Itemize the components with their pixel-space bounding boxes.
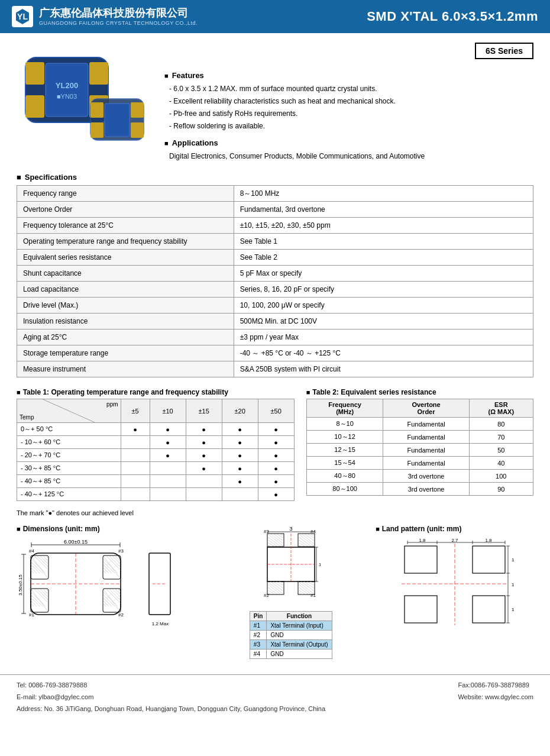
specs-row: Drive level (Max.)10, 100, 200 μW or spe… [17, 298, 533, 314]
dot-cell: ● [121, 423, 150, 436]
specs-row: Equivalent series resistanceSee Table 2 [17, 250, 533, 266]
dot-cell [121, 436, 150, 449]
svg-rect-15 [105, 104, 130, 137]
esr-value: 80 [469, 418, 533, 431]
svg-line-114 [267, 584, 281, 595]
dot-cell: ● [186, 449, 222, 462]
specs-row: Overtone OrderFundamental, 3rd overtone [17, 202, 533, 218]
esr-value: 100 [469, 470, 533, 483]
svg-line-97 [301, 534, 315, 544]
svg-rect-5 [89, 62, 108, 85]
svg-text:#4: #4 [310, 529, 316, 534]
dot-cell: ● [258, 488, 294, 501]
dot-cell: ● [222, 423, 258, 436]
svg-line-89 [276, 534, 284, 538]
temp-range: - 40～+ 125 °C [17, 488, 121, 501]
col-header: ±20 [222, 399, 258, 423]
spec-value: Fundamental, 3rd overtone [234, 202, 533, 218]
svg-text:1.4: 1.4 [512, 607, 514, 612]
esr-col-overtone: OvertoneOrder [383, 399, 469, 418]
pin-number: #1 [250, 621, 267, 631]
product-image: YL200 ■YN03 [17, 43, 153, 155]
spec-value: 5 pF Max or specify [234, 266, 533, 282]
svg-line-122 [307, 581, 315, 586]
overtone-order: Fundamental [383, 444, 469, 457]
table2-heading: Table 2: Equivalent series resistance [306, 388, 533, 396]
svg-text:1.3: 1.3 [319, 562, 321, 567]
page-footer: Tel: 0086-769-38879888 E-mail: ylbao@dgy… [0, 674, 550, 719]
svg-line-120 [301, 581, 315, 592]
top-view-drawing: 6.00±0.15 3.50±0.15 [17, 538, 135, 635]
esr-row: 12～15Fundamental50 [306, 444, 533, 457]
pin-function: Xtal Terminal (Output) [267, 640, 332, 650]
svg-rect-146 [405, 546, 437, 573]
freq-range: 80～100 [306, 483, 383, 496]
dot-cell [121, 488, 150, 501]
svg-rect-13 [131, 102, 144, 118]
svg-rect-14 [131, 122, 144, 138]
svg-text:#4: #4 [29, 548, 34, 554]
svg-rect-4 [25, 95, 44, 118]
pin-row: #3Xtal Terminal (Output) [250, 640, 332, 650]
stability-table: ppm Temp ±5 ±10 ±15 ±20 ±50 0～+ 50 °C●●●… [17, 399, 295, 501]
esr-value: 70 [469, 431, 533, 444]
spec-value: Series, 8, 16, 20 pF or specify [234, 282, 533, 298]
svg-line-86 [267, 534, 284, 547]
svg-text:1.2 Max: 1.2 Max [152, 621, 169, 626]
land-pattern-heading: Land pattern (unit: mm) [376, 525, 461, 533]
features-list: - 6.0 x 3.5 x 1.2 MAX. mm of surface mou… [164, 83, 533, 131]
dot-cell [121, 449, 150, 462]
dot-cell [150, 488, 186, 501]
feature-item: - Reflow soldering is available. [169, 121, 533, 131]
dot-cell: ● [150, 436, 186, 449]
specs-row: Operating temperature range and frequenc… [17, 234, 533, 250]
svg-line-73 [103, 603, 106, 606]
svg-line-36 [31, 567, 37, 573]
spec-value: ±10, ±15, ±20, ±30, ±50 ppm [234, 218, 533, 234]
svg-rect-11 [90, 102, 103, 118]
feature-item: - Excellent reliability characteristics … [169, 96, 533, 106]
svg-line-124 [298, 584, 312, 595]
spec-value: See Table 1 [234, 234, 533, 250]
esr-value: 90 [469, 483, 533, 496]
pin-row: #2GND [250, 631, 332, 640]
dimensions-heading: Dimensions (unit: mm) [17, 525, 206, 533]
overtone-order: Fundamental [383, 418, 469, 431]
freq-range: 12～15 [306, 444, 383, 457]
spec-param: Drive level (Max.) [17, 298, 234, 314]
svg-text:6.00±0.15: 6.00±0.15 [64, 539, 88, 545]
pin-col-header: Pin [250, 612, 267, 621]
svg-line-28 [34, 555, 48, 570]
esr-col-freq: Frequency(MHz) [306, 399, 383, 418]
feature-item: - 6.0 x 3.5 x 1.2 MAX. mm of surface mou… [169, 83, 533, 94]
svg-line-45 [31, 592, 46, 606]
temp-range: - 40～+ 85 °C [17, 475, 121, 488]
svg-line-90 [279, 534, 284, 536]
footer-fax: Fax:0086-769-38879889 [458, 680, 533, 692]
series-badge: 6S Series [475, 43, 533, 59]
dot-cell: ● [222, 475, 258, 488]
svg-text:2.7: 2.7 [451, 538, 458, 543]
footer-email: E-mail: ylbao@dgylec.com [17, 692, 325, 703]
svg-text:YL: YL [17, 12, 28, 21]
svg-rect-149 [473, 596, 505, 623]
stability-row: - 10～+ 60 °C●●●● [17, 436, 295, 449]
esr-row: 15～54Fundamental40 [306, 457, 533, 470]
svg-text:#3: #3 [118, 548, 124, 554]
cross-section-area: 3 [212, 525, 370, 659]
company-name-cn: 广东惠伦晶体科技股份有限公司 [39, 7, 198, 20]
mark-note: The mark "●" denotes our achieved level [17, 509, 533, 516]
freq-range: 10～12 [306, 431, 383, 444]
table1-heading: Table 1: Operating temperature range and… [17, 388, 295, 396]
spec-param: Storage temperature range [17, 345, 234, 361]
spec-param: Insulation resistance [17, 314, 234, 329]
stability-row: - 40～+ 125 °C● [17, 488, 295, 501]
svg-line-64 [106, 589, 121, 603]
overtone-order: Fundamental [383, 431, 469, 444]
specs-row: Storage temperature range-40 ～ +85 °C or… [17, 345, 533, 361]
dot-cell: ● [186, 423, 222, 436]
spec-value: 500MΩ Min. at DC 100V [234, 314, 533, 329]
cross-section-1: 3 [261, 525, 321, 602]
dot-cell: ● [258, 423, 294, 436]
svg-line-57 [103, 558, 118, 573]
